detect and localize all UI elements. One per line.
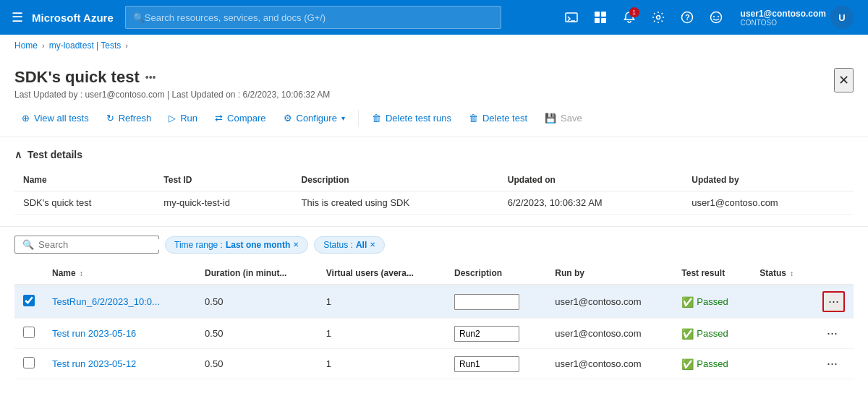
compare-icon: ⇄: [215, 113, 223, 124]
row2-checkbox[interactable]: [23, 327, 35, 338]
breadcrumb-sep-2: ›: [125, 41, 128, 50]
user-tenant: CONTOSO: [741, 19, 826, 27]
top-nav-icons: 1 ? user1@contoso.com CONTOSO U: [558, 4, 859, 30]
save-label: Save: [561, 113, 582, 124]
row3-more-button[interactable]: ···: [822, 355, 842, 373]
global-search-input[interactable]: [145, 12, 493, 23]
row3-checkbox-cell[interactable]: [14, 349, 43, 379]
detail-updated-on: 6/2/2023, 10:06:32 AM: [499, 191, 683, 215]
row1-description[interactable]: [446, 285, 546, 319]
row1-checkbox[interactable]: [23, 295, 35, 306]
row1-more-button[interactable]: ···: [822, 291, 845, 312]
toolbar: ⊕ View all tests ↻ Refresh ▷ Run ⇄ Compa…: [0, 105, 868, 137]
save-button[interactable]: 💾 Save: [537, 108, 590, 128]
row2-run-by: user1@contoso.com: [546, 319, 673, 349]
row3-virtual-users: 1: [318, 349, 446, 379]
search-input[interactable]: [38, 239, 160, 250]
hamburger-icon[interactable]: ☰: [9, 7, 26, 28]
run-button[interactable]: ▷ Run: [161, 108, 205, 128]
col-duration: Duration (in minut...: [196, 262, 318, 285]
col-virtual-users: Virtual users (avera...: [318, 262, 446, 285]
col-updated-by: Updated by: [683, 169, 854, 191]
app-logo: Microsoft Azure: [32, 12, 114, 24]
row1-name-link[interactable]: TestRun_6/2/2023_10:0...: [52, 296, 160, 307]
cloud-shell-icon[interactable]: [558, 4, 584, 30]
refresh-button[interactable]: ↻ Refresh: [99, 108, 159, 128]
row2-virtual-users: 1: [318, 319, 446, 349]
row2-checkbox-cell[interactable]: [14, 319, 43, 349]
configure-button[interactable]: ⚙ Configure ▾: [276, 108, 352, 128]
close-button[interactable]: ✕: [834, 68, 854, 92]
collapse-icon: ∧: [14, 149, 22, 160]
breadcrumb: Home › my-loadtest | Tests ›: [0, 35, 868, 56]
table-row: Test run 2023-05-16 0.50 1 user1@contoso…: [14, 319, 854, 349]
row2-status: [751, 319, 814, 349]
row3-name-link[interactable]: Test run 2023-05-12: [52, 358, 136, 369]
svg-point-9: [710, 12, 721, 23]
row3-result-text: Passed: [697, 358, 728, 369]
row1-desc-input[interactable]: [454, 294, 519, 310]
test-details-toggle[interactable]: ∧ Test details: [14, 149, 854, 160]
view-all-tests-label: View all tests: [34, 113, 89, 124]
row3-more-cell[interactable]: ···: [814, 349, 854, 379]
notifications-badge: 1: [629, 7, 639, 17]
row1-run-by: user1@contoso.com: [546, 285, 673, 319]
row3-description[interactable]: [446, 349, 546, 379]
breadcrumb-home[interactable]: Home: [14, 40, 38, 51]
search-icon: 🔍: [133, 12, 145, 23]
row2-result: ✅ Passed: [673, 319, 751, 349]
help-icon[interactable]: ?: [674, 4, 700, 30]
col-status[interactable]: Status ↕: [751, 262, 814, 285]
status-filter[interactable]: Status : All ✕: [314, 236, 385, 254]
test-details-label: Test details: [27, 149, 82, 160]
trash-icon-2: 🗑: [469, 113, 478, 124]
status-value: All: [356, 240, 367, 250]
refresh-icon: ↻: [106, 113, 114, 124]
detail-description: This is created using SDK: [293, 191, 499, 215]
row1-checkbox-cell[interactable]: [14, 285, 43, 319]
row3-name[interactable]: Test run 2023-05-12: [43, 349, 196, 379]
search-wrap: 🔍: [14, 236, 159, 254]
compare-button[interactable]: ⇄ Compare: [208, 108, 273, 128]
col-run-by: Run by: [546, 262, 673, 285]
run-label: Run: [180, 113, 197, 124]
passed-icon-2: ✅: [681, 328, 694, 340]
global-search-bar[interactable]: 🔍: [125, 6, 501, 29]
time-range-filter[interactable]: Time range : Last one month ✕: [165, 236, 308, 254]
user-text: user1@contoso.com CONTOSO: [741, 9, 826, 27]
settings-icon[interactable]: [645, 4, 671, 30]
row1-name[interactable]: TestRun_6/2/2023_10:0...: [43, 285, 196, 319]
portal-menu-icon[interactable]: [587, 4, 613, 30]
row2-description[interactable]: [446, 319, 546, 349]
notifications-icon[interactable]: 1: [616, 4, 642, 30]
col-run-name[interactable]: Name ↕: [43, 262, 196, 285]
run-icon: ▷: [169, 113, 176, 124]
row3-result: ✅ Passed: [673, 349, 751, 379]
row2-more-button[interactable]: ···: [822, 324, 842, 342]
delete-test-runs-button[interactable]: 🗑 Delete test runs: [365, 108, 459, 128]
header-more-button[interactable]: •••: [145, 72, 156, 83]
row3-checkbox[interactable]: [23, 357, 35, 368]
row2-desc-input[interactable]: [454, 326, 519, 342]
detail-updated-by: user1@contoso.com: [683, 191, 854, 215]
delete-test-label: Delete test: [482, 113, 527, 124]
detail-test-id: my-quick-test-id: [155, 191, 292, 215]
row2-more-cell[interactable]: ···: [814, 319, 854, 349]
status-close-icon[interactable]: ✕: [370, 241, 375, 249]
row1-more-cell[interactable]: ···: [814, 285, 854, 319]
time-range-close-icon[interactable]: ✕: [293, 241, 299, 249]
row1-result: ✅ Passed: [673, 285, 751, 319]
row2-name[interactable]: Test run 2023-05-16: [43, 319, 196, 349]
col-name: Name: [14, 169, 155, 191]
view-all-tests-button[interactable]: ⊕ View all tests: [14, 108, 96, 128]
top-nav: ☰ Microsoft Azure 🔍 1 ? user1@contoso.co…: [0, 0, 868, 35]
breadcrumb-loadtest[interactable]: my-loadtest | Tests: [49, 40, 122, 51]
feedback-icon[interactable]: [703, 4, 729, 30]
delete-test-button[interactable]: 🗑 Delete test: [461, 108, 535, 128]
row3-desc-input[interactable]: [454, 356, 519, 372]
configure-icon: ⚙: [284, 113, 292, 124]
row3-duration: 0.50: [196, 349, 318, 379]
user-info[interactable]: user1@contoso.com CONTOSO U: [732, 4, 859, 30]
col-run-description: Description: [446, 262, 546, 285]
row2-name-link[interactable]: Test run 2023-05-16: [52, 328, 136, 339]
